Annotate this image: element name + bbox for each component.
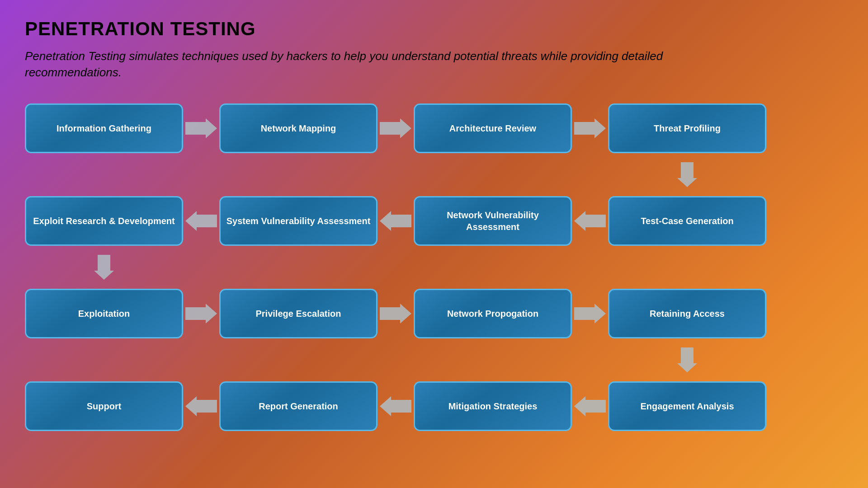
arrow-right-1 — [183, 117, 219, 140]
box-mitigation-strategies: Mitigation Strategies — [414, 381, 572, 431]
box-privilege-escalation: Privilege Escalation — [219, 289, 377, 338]
svg-marker-14 — [574, 396, 606, 416]
box-test-case-generation: Test-Case Generation — [608, 196, 766, 246]
flow-row-2: Exploit Research & Development System Vu… — [25, 196, 843, 246]
flow-diagram: Information Gathering Network Mapping Ar… — [25, 103, 843, 431]
svg-marker-9 — [380, 304, 411, 324]
box-network-vulnerability: Network Vulnerability Assessment — [414, 196, 572, 246]
page-subtitle: Penetration Testing simulates techniques… — [25, 48, 703, 81]
arrow-right-6 — [572, 302, 608, 325]
box-architecture-review: Architecture Review — [414, 103, 572, 153]
arrow-left-6 — [572, 395, 608, 418]
svg-marker-2 — [574, 118, 606, 138]
flow-row-1: Information Gathering Network Mapping Ar… — [25, 103, 843, 153]
svg-marker-12 — [185, 396, 217, 416]
box-network-propagation: Network Propogation — [414, 289, 572, 338]
box-engagement-analysis: Engagement Analysis — [608, 381, 766, 431]
arrow-left-2 — [377, 210, 414, 232]
svg-marker-10 — [574, 304, 606, 324]
svg-marker-4 — [185, 211, 217, 231]
svg-marker-7 — [94, 255, 114, 280]
arrow-right-5 — [377, 302, 414, 325]
arrow-left-1 — [183, 210, 219, 232]
arrow-right-2 — [377, 117, 414, 140]
svg-marker-5 — [380, 211, 411, 231]
box-support: Support — [25, 381, 183, 431]
arrow-down-1 — [677, 162, 697, 187]
svg-marker-11 — [677, 347, 697, 372]
arrow-right-4 — [183, 302, 219, 325]
svg-marker-1 — [380, 118, 411, 138]
page-title: PENETRATION TESTING — [25, 18, 843, 40]
box-retaining-access: Retaining Access — [608, 289, 766, 338]
svg-marker-3 — [677, 162, 697, 187]
arrow-left-5 — [377, 395, 414, 418]
box-network-mapping: Network Mapping — [219, 103, 377, 153]
box-system-vulnerability: System Vulnerability Assessment — [219, 196, 377, 246]
svg-marker-6 — [574, 211, 606, 231]
arrow-left-4 — [183, 395, 219, 418]
box-report-generation: Report Generation — [219, 381, 377, 431]
box-threat-profiling: Threat Profiling — [608, 103, 766, 153]
arrow-right-3 — [572, 117, 608, 140]
box-exploitation: Exploitation — [25, 289, 183, 338]
svg-marker-8 — [185, 304, 217, 324]
svg-marker-0 — [185, 118, 217, 138]
box-exploit-research: Exploit Research & Development — [25, 196, 183, 246]
arrow-down-3 — [677, 347, 697, 372]
arrow-down-2 — [94, 255, 114, 280]
svg-marker-13 — [380, 396, 411, 416]
arrow-left-3 — [572, 210, 608, 232]
box-information-gathering: Information Gathering — [25, 103, 183, 153]
flow-row-4: Support Report Generation Mitigation Str… — [25, 381, 843, 431]
flow-row-3: Exploitation Privilege Escalation Networ… — [25, 289, 843, 338]
